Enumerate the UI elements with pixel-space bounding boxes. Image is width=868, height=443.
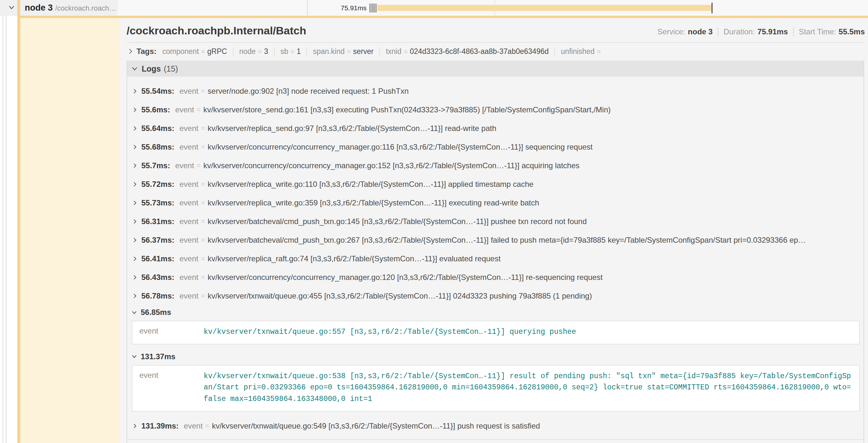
- log-row[interactable]: 55.73ms: event = kv/kvserver/replica_wri…: [132, 194, 860, 212]
- chevron-right-icon[interactable]: [133, 237, 137, 243]
- tag-key: node: [239, 47, 256, 56]
- span-end-marker: [712, 3, 713, 13]
- log-equals: =: [205, 422, 210, 430]
- meta-value: 55.5ms: [839, 27, 865, 36]
- tags-section-toggle[interactable]: Tags: component = gRPC node = 3 sb = 1 s…: [127, 43, 865, 61]
- log-key: event: [180, 142, 198, 151]
- chevron-right-icon[interactable]: [128, 48, 133, 55]
- log-key: event: [175, 161, 194, 170]
- log-timestamp: 55.73ms:: [141, 198, 175, 207]
- log-field-key: event: [140, 371, 204, 405]
- log-message: kv/kvserver/replica_raft.go:74 [n3,s3,r6…: [208, 254, 500, 263]
- logs-title: Logs: [142, 64, 161, 73]
- log-row[interactable]: 55.6ms: event = kv/kvserver/store_send.g…: [132, 100, 860, 119]
- log-message: kv/kvserver/txnwait/queue.go:549 [n3,s3,…: [212, 421, 540, 431]
- tag-list: component = gRPC node = 3 sb = 1 span.ki…: [162, 47, 603, 56]
- log-equals: =: [201, 199, 205, 207]
- log-timestamp: 55.68ms:: [141, 142, 175, 151]
- log-equals: =: [201, 124, 205, 133]
- log-row[interactable]: 56.85ms: [132, 305, 860, 319]
- log-timestamp: 55.7ms:: [141, 161, 170, 170]
- log-equals: =: [201, 87, 205, 95]
- log-equals: =: [201, 217, 205, 226]
- meta-item: Duration: 75.91ms: [718, 27, 788, 36]
- log-key: event: [180, 124, 198, 133]
- log-equals: =: [201, 180, 205, 189]
- log-row[interactable]: 55.68ms: event = kv/kvserver/concurrency…: [132, 138, 860, 156]
- tag-equals: =: [347, 48, 351, 56]
- tag-value: server: [353, 47, 374, 56]
- log-row[interactable]: 56.43ms: event = kv/kvserver/concurrency…: [132, 268, 860, 287]
- chevron-right-icon[interactable]: [133, 88, 137, 94]
- log-event-detail: event kv/kvserver/txnwait/queue.go:557 […: [132, 321, 860, 344]
- chevron-right-icon[interactable]: [133, 144, 137, 150]
- logs-section: Logs (15) 55.54ms: event = server/node.g…: [127, 61, 864, 443]
- indent-guide: [6, 0, 6, 443]
- span-detail-panel: /cockroach.roachpb.Internal/Batch Servic…: [120, 18, 868, 443]
- meta-item: Start Time: 55.5ms: [793, 27, 865, 36]
- tag-equals: =: [258, 48, 262, 56]
- log-row[interactable]: 131.39ms: event = kv/kvserver/txnwait/qu…: [132, 417, 860, 435]
- indent-guide: [3, 0, 3, 443]
- logs-footer-note: Log timestamps are relative to the start…: [127, 439, 864, 443]
- log-event-detail: event kv/kvserver/txnwait/queue.go:538 […: [132, 365, 860, 412]
- chevron-down-icon[interactable]: [132, 311, 137, 314]
- log-timestamp: 56.31ms:: [141, 217, 175, 226]
- log-timestamp: 56.41ms:: [141, 254, 175, 263]
- chevron-right-icon[interactable]: [133, 274, 137, 280]
- meta-label: Duration:: [723, 27, 754, 36]
- chevron-right-icon[interactable]: [133, 126, 137, 131]
- log-row[interactable]: 56.37ms: event = kv/kvserver/batcheval/c…: [132, 231, 860, 249]
- log-entry-expanded: 131.37ms event kv/kvserver/txnwait/queue…: [132, 349, 860, 412]
- span-timeline-row[interactable]: node 3 /cockroach.roach… 75.91ms: [0, 0, 868, 16]
- chevron-right-icon[interactable]: [133, 163, 137, 169]
- span-bar[interactable]: [377, 5, 712, 11]
- log-row[interactable]: 131.37ms: [132, 349, 860, 364]
- log-key: event: [180, 180, 198, 189]
- log-key: event: [184, 421, 203, 431]
- chevron-right-icon[interactable]: [133, 107, 137, 113]
- meta-item: Service: node 3: [657, 27, 713, 36]
- log-row[interactable]: 55.72ms: event = kv/kvserver/replica_wri…: [132, 175, 860, 194]
- detail-top-accent: [17, 16, 868, 18]
- tag-item: node = 3: [233, 47, 268, 56]
- log-row[interactable]: 55.54ms: event = server/node.go:902 [n3]…: [132, 82, 860, 100]
- chevron-right-icon[interactable]: [133, 181, 137, 187]
- detail-header: /cockroach.roachpb.Internal/Batch Servic…: [127, 24, 865, 37]
- tag-item: unfinished =: [555, 47, 603, 56]
- log-field-value: kv/kvserver/txnwait/queue.go:557 [n3,s3,…: [204, 327, 576, 338]
- meta-value: node 3: [688, 27, 713, 36]
- span-duration-label: 75.91ms: [302, 4, 367, 12]
- log-message: kv/kvserver/concurrency/concurrency_mana…: [203, 161, 580, 170]
- chevron-right-icon[interactable]: [133, 256, 137, 262]
- log-key: event: [180, 198, 198, 207]
- log-message: kv/kvserver/txnwait/queue.go:455 [n3,s3,…: [208, 292, 592, 301]
- chevron-down-icon[interactable]: [8, 5, 15, 10]
- log-timestamp: 55.72ms:: [141, 180, 175, 189]
- log-timestamp: 55.64ms:: [141, 124, 175, 133]
- log-key: event: [175, 105, 194, 114]
- log-row[interactable]: 56.31ms: event = kv/kvserver/batcheval/c…: [132, 212, 860, 231]
- chevron-down-icon[interactable]: [132, 67, 137, 71]
- tags-label: Tags:: [136, 47, 156, 56]
- log-row[interactable]: 56.41ms: event = kv/kvserver/replica_raf…: [132, 249, 860, 268]
- chevron-down-icon[interactable]: [132, 355, 137, 358]
- span-service-name[interactable]: node 3: [25, 3, 53, 13]
- tag-equals: =: [597, 48, 601, 56]
- log-key: event: [180, 236, 198, 245]
- log-row[interactable]: 55.64ms: event = kv/kvserver/replica_sen…: [132, 119, 860, 138]
- tag-item: sb = 1: [274, 47, 301, 56]
- logs-section-toggle[interactable]: Logs (15): [127, 61, 864, 77]
- log-key: event: [180, 87, 198, 96]
- log-row[interactable]: 55.7ms: event = kv/kvserver/concurrency/…: [132, 156, 860, 175]
- log-equals: =: [201, 236, 205, 244]
- chevron-right-icon[interactable]: [133, 293, 137, 299]
- log-key: event: [180, 273, 198, 282]
- chevron-right-icon[interactable]: [133, 423, 137, 429]
- span-operation-name[interactable]: /cockroach.roach…: [55, 4, 116, 12]
- log-row[interactable]: 56.78ms: event = kv/kvserver/txnwait/que…: [132, 287, 860, 305]
- log-message: kv/kvserver/replica_write.go:359 [n3,s3,…: [208, 198, 539, 207]
- chevron-right-icon[interactable]: [133, 218, 137, 225]
- chevron-right-icon[interactable]: [133, 200, 137, 206]
- span-meta: Service: node 3 Duration: 75.91ms Start …: [657, 27, 865, 36]
